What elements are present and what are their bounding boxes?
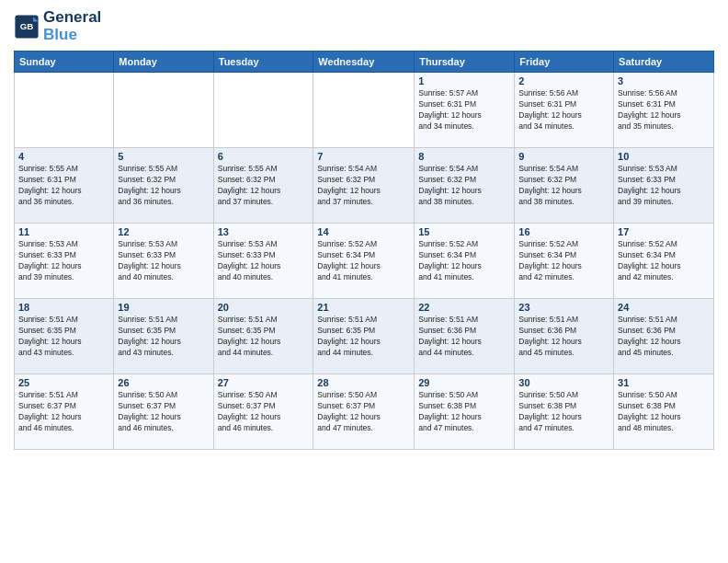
day-info: Sunrise: 5:50 AMSunset: 6:38 PMDaylight:…: [418, 390, 510, 434]
day-info: Sunrise: 5:57 AMSunset: 6:31 PMDaylight:…: [418, 88, 510, 132]
day-cell: 27Sunrise: 5:50 AMSunset: 6:37 PMDayligh…: [213, 374, 313, 450]
day-info: Sunrise: 5:50 AMSunset: 6:37 PMDaylight:…: [317, 390, 410, 434]
day-cell: 26Sunrise: 5:50 AMSunset: 6:37 PMDayligh…: [114, 374, 213, 450]
day-info: Sunrise: 5:53 AMSunset: 6:33 PMDaylight:…: [218, 239, 310, 283]
day-info: Sunrise: 5:51 AMSunset: 6:35 PMDaylight:…: [218, 315, 310, 359]
day-cell: 12Sunrise: 5:53 AMSunset: 6:33 PMDayligh…: [114, 224, 213, 299]
day-number: 30: [518, 377, 609, 388]
day-cell: 25Sunrise: 5:51 AMSunset: 6:37 PMDayligh…: [15, 374, 114, 450]
week-row-5: 25Sunrise: 5:51 AMSunset: 6:37 PMDayligh…: [15, 374, 714, 450]
day-cell: 17Sunrise: 5:52 AMSunset: 6:34 PMDayligh…: [614, 224, 714, 299]
day-info: Sunrise: 5:51 AMSunset: 6:37 PMDaylight:…: [18, 390, 109, 434]
day-cell: 10Sunrise: 5:53 AMSunset: 6:33 PMDayligh…: [614, 148, 714, 224]
day-number: 8: [418, 151, 510, 162]
day-number: 23: [518, 302, 609, 313]
header-day-saturday: Saturday: [614, 52, 714, 73]
day-cell: 13Sunrise: 5:53 AMSunset: 6:33 PMDayligh…: [213, 224, 313, 299]
day-number: 7: [317, 151, 410, 162]
day-number: 10: [618, 151, 710, 162]
day-number: 14: [317, 226, 410, 237]
day-info: Sunrise: 5:51 AMSunset: 6:35 PMDaylight:…: [317, 315, 410, 359]
day-cell: 20Sunrise: 5:51 AMSunset: 6:35 PMDayligh…: [213, 299, 313, 374]
day-cell: [313, 73, 415, 148]
day-cell: 23Sunrise: 5:51 AMSunset: 6:36 PMDayligh…: [515, 299, 614, 374]
day-number: 22: [418, 302, 510, 313]
day-info: Sunrise: 5:54 AMSunset: 6:32 PMDaylight:…: [418, 164, 510, 208]
header-day-thursday: Thursday: [415, 52, 515, 73]
day-number: 12: [118, 226, 209, 237]
day-cell: 14Sunrise: 5:52 AMSunset: 6:34 PMDayligh…: [313, 224, 415, 299]
header-day-sunday: Sunday: [15, 52, 114, 73]
day-number: 3: [618, 75, 710, 86]
day-number: 28: [317, 377, 410, 388]
day-info: Sunrise: 5:55 AMSunset: 6:31 PMDaylight:…: [18, 164, 109, 208]
day-info: Sunrise: 5:55 AMSunset: 6:32 PMDaylight:…: [118, 164, 209, 208]
day-cell: 18Sunrise: 5:51 AMSunset: 6:35 PMDayligh…: [15, 299, 114, 374]
week-row-2: 4Sunrise: 5:55 AMSunset: 6:31 PMDaylight…: [15, 148, 714, 224]
day-info: Sunrise: 5:50 AMSunset: 6:38 PMDaylight:…: [618, 390, 710, 434]
logo-icon: GB: [14, 14, 40, 40]
day-number: 16: [518, 226, 609, 237]
day-number: 24: [618, 302, 710, 313]
day-number: 17: [618, 226, 710, 237]
day-number: 6: [218, 151, 310, 162]
week-row-4: 18Sunrise: 5:51 AMSunset: 6:35 PMDayligh…: [15, 299, 714, 374]
calendar-table: SundayMondayTuesdayWednesdayThursdayFrid…: [14, 51, 714, 450]
day-cell: 2Sunrise: 5:56 AMSunset: 6:31 PMDaylight…: [515, 73, 614, 148]
page: GB General Blue SundayMondayTuesdayWedne…: [0, 0, 728, 459]
day-info: Sunrise: 5:52 AMSunset: 6:34 PMDaylight:…: [418, 239, 510, 283]
header-day-monday: Monday: [114, 52, 213, 73]
day-cell: [15, 73, 114, 148]
day-number: 2: [518, 75, 609, 86]
day-info: Sunrise: 5:51 AMSunset: 6:36 PMDaylight:…: [418, 315, 510, 359]
day-number: 19: [118, 302, 209, 313]
day-info: Sunrise: 5:53 AMSunset: 6:33 PMDaylight:…: [18, 239, 109, 283]
day-number: 18: [18, 302, 109, 313]
day-info: Sunrise: 5:52 AMSunset: 6:34 PMDaylight:…: [518, 239, 609, 283]
day-cell: 6Sunrise: 5:55 AMSunset: 6:32 PMDaylight…: [213, 148, 313, 224]
day-info: Sunrise: 5:52 AMSunset: 6:34 PMDaylight:…: [618, 239, 710, 283]
day-cell: 9Sunrise: 5:54 AMSunset: 6:32 PMDaylight…: [515, 148, 614, 224]
header-row: SundayMondayTuesdayWednesdayThursdayFrid…: [15, 52, 714, 73]
day-cell: 21Sunrise: 5:51 AMSunset: 6:35 PMDayligh…: [313, 299, 415, 374]
day-cell: 30Sunrise: 5:50 AMSunset: 6:38 PMDayligh…: [515, 374, 614, 450]
logo: GB General Blue: [14, 9, 101, 43]
day-cell: 31Sunrise: 5:50 AMSunset: 6:38 PMDayligh…: [614, 374, 714, 450]
day-cell: 8Sunrise: 5:54 AMSunset: 6:32 PMDaylight…: [415, 148, 515, 224]
day-info: Sunrise: 5:54 AMSunset: 6:32 PMDaylight:…: [317, 164, 410, 208]
logo-text: General Blue: [43, 9, 101, 43]
day-cell: 5Sunrise: 5:55 AMSunset: 6:32 PMDaylight…: [114, 148, 213, 224]
header-day-tuesday: Tuesday: [213, 52, 313, 73]
day-cell: 7Sunrise: 5:54 AMSunset: 6:32 PMDaylight…: [313, 148, 415, 224]
day-number: 1: [418, 75, 510, 86]
svg-text:GB: GB: [20, 20, 34, 30]
week-row-3: 11Sunrise: 5:53 AMSunset: 6:33 PMDayligh…: [15, 224, 714, 299]
day-info: Sunrise: 5:56 AMSunset: 6:31 PMDaylight:…: [618, 88, 710, 132]
day-cell: 1Sunrise: 5:57 AMSunset: 6:31 PMDaylight…: [415, 73, 515, 148]
day-cell: 24Sunrise: 5:51 AMSunset: 6:36 PMDayligh…: [614, 299, 714, 374]
header-day-wednesday: Wednesday: [313, 52, 415, 73]
day-cell: 28Sunrise: 5:50 AMSunset: 6:37 PMDayligh…: [313, 374, 415, 450]
day-cell: [114, 73, 213, 148]
day-info: Sunrise: 5:54 AMSunset: 6:32 PMDaylight:…: [518, 164, 609, 208]
day-info: Sunrise: 5:51 AMSunset: 6:35 PMDaylight:…: [18, 315, 109, 359]
day-cell: [213, 73, 313, 148]
day-number: 25: [18, 377, 109, 388]
day-info: Sunrise: 5:51 AMSunset: 6:36 PMDaylight:…: [518, 315, 609, 359]
day-cell: 11Sunrise: 5:53 AMSunset: 6:33 PMDayligh…: [15, 224, 114, 299]
day-info: Sunrise: 5:51 AMSunset: 6:35 PMDaylight:…: [118, 315, 209, 359]
day-number: 13: [218, 226, 310, 237]
day-info: Sunrise: 5:50 AMSunset: 6:38 PMDaylight:…: [518, 390, 609, 434]
day-cell: 19Sunrise: 5:51 AMSunset: 6:35 PMDayligh…: [114, 299, 213, 374]
day-info: Sunrise: 5:52 AMSunset: 6:34 PMDaylight:…: [317, 239, 410, 283]
day-cell: 22Sunrise: 5:51 AMSunset: 6:36 PMDayligh…: [415, 299, 515, 374]
day-info: Sunrise: 5:51 AMSunset: 6:36 PMDaylight:…: [618, 315, 710, 359]
day-number: 11: [18, 226, 109, 237]
day-number: 27: [218, 377, 310, 388]
header: GB General Blue: [14, 9, 714, 43]
day-number: 21: [317, 302, 410, 313]
day-number: 20: [218, 302, 310, 313]
day-cell: 3Sunrise: 5:56 AMSunset: 6:31 PMDaylight…: [614, 73, 714, 148]
day-cell: 15Sunrise: 5:52 AMSunset: 6:34 PMDayligh…: [415, 224, 515, 299]
day-number: 26: [118, 377, 209, 388]
